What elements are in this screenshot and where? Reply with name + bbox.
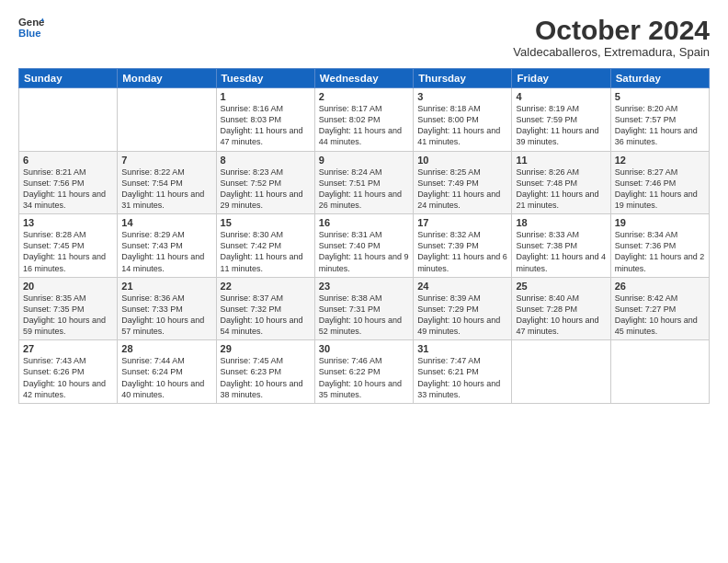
calendar: Sunday Monday Tuesday Wednesday Thursday… (18, 68, 710, 404)
day-cell: 25Sunrise: 8:40 AM Sunset: 7:28 PM Dayli… (512, 277, 610, 340)
day-number: 16 (319, 217, 409, 228)
day-number: 1 (221, 91, 311, 102)
logo-icon: General Blue (18, 15, 44, 40)
day-cell: 10Sunrise: 8:25 AM Sunset: 7:49 PM Dayli… (414, 151, 512, 214)
day-detail: Sunrise: 8:29 AM Sunset: 7:43 PM Dayligh… (121, 229, 211, 274)
day-cell: 9Sunrise: 8:24 AM Sunset: 7:51 PM Daylig… (314, 151, 413, 214)
day-detail: Sunrise: 8:24 AM Sunset: 7:51 PM Dayligh… (319, 167, 409, 212)
day-detail: Sunrise: 8:31 AM Sunset: 7:40 PM Dayligh… (319, 229, 409, 274)
day-cell: 20Sunrise: 8:35 AM Sunset: 7:35 PM Dayli… (19, 277, 118, 340)
day-cell: 30Sunrise: 7:46 AM Sunset: 6:22 PM Dayli… (314, 340, 413, 404)
header-saturday: Saturday (610, 69, 709, 88)
day-detail: Sunrise: 7:43 AM Sunset: 6:26 PM Dayligh… (23, 355, 113, 400)
day-detail: Sunrise: 8:40 AM Sunset: 7:28 PM Dayligh… (516, 293, 606, 338)
day-detail: Sunrise: 8:32 AM Sunset: 7:39 PM Dayligh… (417, 229, 507, 274)
day-cell: 15Sunrise: 8:30 AM Sunset: 7:42 PM Dayli… (216, 214, 314, 278)
day-cell: 12Sunrise: 8:27 AM Sunset: 7:46 PM Dayli… (610, 151, 709, 214)
month-title: October 2024 (513, 15, 710, 45)
day-cell (610, 340, 709, 404)
week-row-3: 20Sunrise: 8:35 AM Sunset: 7:35 PM Dayli… (19, 277, 710, 340)
day-cell: 7Sunrise: 8:22 AM Sunset: 7:54 PM Daylig… (118, 151, 216, 214)
weekday-header-row: Sunday Monday Tuesday Wednesday Thursday… (19, 69, 710, 88)
day-cell: 27Sunrise: 7:43 AM Sunset: 6:26 PM Dayli… (19, 340, 118, 404)
day-detail: Sunrise: 8:26 AM Sunset: 7:48 PM Dayligh… (516, 167, 606, 212)
day-number: 25 (516, 281, 606, 292)
day-cell: 29Sunrise: 7:45 AM Sunset: 6:23 PM Dayli… (216, 340, 314, 404)
day-number: 14 (121, 217, 211, 228)
day-cell: 5Sunrise: 8:20 AM Sunset: 7:57 PM Daylig… (610, 88, 709, 152)
day-detail: Sunrise: 8:17 AM Sunset: 8:02 PM Dayligh… (319, 103, 409, 148)
day-cell: 31Sunrise: 7:47 AM Sunset: 6:21 PM Dayli… (414, 340, 512, 404)
logo: General Blue (18, 15, 44, 40)
day-number: 12 (615, 155, 705, 166)
day-number: 20 (23, 281, 113, 292)
day-number: 26 (615, 281, 705, 292)
subtitle: Valdecaballeros, Extremadura, Spain (513, 45, 710, 59)
day-detail: Sunrise: 8:37 AM Sunset: 7:32 PM Dayligh… (221, 293, 311, 338)
svg-text:Blue: Blue (18, 28, 41, 39)
page: General Blue October 2024 Valdecaballero… (0, 0, 728, 563)
day-number: 18 (516, 217, 606, 228)
svg-text:General: General (18, 17, 44, 28)
day-cell: 17Sunrise: 8:32 AM Sunset: 7:39 PM Dayli… (414, 214, 512, 278)
day-detail: Sunrise: 8:16 AM Sunset: 8:03 PM Dayligh… (221, 103, 311, 148)
day-number: 30 (319, 343, 409, 354)
day-number: 10 (417, 155, 507, 166)
day-cell: 13Sunrise: 8:28 AM Sunset: 7:45 PM Dayli… (19, 214, 118, 278)
week-row-4: 27Sunrise: 7:43 AM Sunset: 6:26 PM Dayli… (19, 340, 710, 404)
day-detail: Sunrise: 8:22 AM Sunset: 7:54 PM Dayligh… (121, 167, 211, 212)
week-row-0: 1Sunrise: 8:16 AM Sunset: 8:03 PM Daylig… (19, 88, 710, 152)
day-number: 15 (221, 217, 311, 228)
day-cell: 11Sunrise: 8:26 AM Sunset: 7:48 PM Dayli… (512, 151, 610, 214)
day-detail: Sunrise: 8:35 AM Sunset: 7:35 PM Dayligh… (23, 293, 113, 338)
day-number: 17 (417, 217, 507, 228)
header-thursday: Thursday (414, 69, 512, 88)
day-number: 3 (417, 91, 507, 102)
day-detail: Sunrise: 8:39 AM Sunset: 7:29 PM Dayligh… (417, 293, 507, 338)
day-number: 31 (417, 343, 507, 354)
day-detail: Sunrise: 8:38 AM Sunset: 7:31 PM Dayligh… (319, 293, 409, 338)
title-block: October 2024 Valdecaballeros, Extremadur… (513, 15, 710, 59)
day-cell (118, 88, 216, 152)
day-cell: 2Sunrise: 8:17 AM Sunset: 8:02 PM Daylig… (314, 88, 413, 152)
day-number: 29 (221, 343, 311, 354)
day-number: 24 (417, 281, 507, 292)
day-detail: Sunrise: 8:27 AM Sunset: 7:46 PM Dayligh… (615, 167, 705, 212)
day-number: 6 (23, 155, 113, 166)
day-number: 22 (221, 281, 311, 292)
week-row-1: 6Sunrise: 8:21 AM Sunset: 7:56 PM Daylig… (19, 151, 710, 214)
header-wednesday: Wednesday (314, 69, 413, 88)
day-cell: 22Sunrise: 8:37 AM Sunset: 7:32 PM Dayli… (216, 277, 314, 340)
week-row-2: 13Sunrise: 8:28 AM Sunset: 7:45 PM Dayli… (19, 214, 710, 278)
day-cell: 21Sunrise: 8:36 AM Sunset: 7:33 PM Dayli… (118, 277, 216, 340)
header-monday: Monday (118, 69, 216, 88)
day-number: 23 (319, 281, 409, 292)
header-friday: Friday (512, 69, 610, 88)
day-cell: 8Sunrise: 8:23 AM Sunset: 7:52 PM Daylig… (216, 151, 314, 214)
day-cell: 14Sunrise: 8:29 AM Sunset: 7:43 PM Dayli… (118, 214, 216, 278)
day-cell: 6Sunrise: 8:21 AM Sunset: 7:56 PM Daylig… (19, 151, 118, 214)
day-number: 5 (615, 91, 705, 102)
day-number: 13 (23, 217, 113, 228)
day-detail: Sunrise: 8:30 AM Sunset: 7:42 PM Dayligh… (221, 229, 311, 274)
day-cell: 4Sunrise: 8:19 AM Sunset: 7:59 PM Daylig… (512, 88, 610, 152)
day-number: 11 (516, 155, 606, 166)
day-cell: 19Sunrise: 8:34 AM Sunset: 7:36 PM Dayli… (610, 214, 709, 278)
day-detail: Sunrise: 8:25 AM Sunset: 7:49 PM Dayligh… (417, 167, 507, 212)
day-detail: Sunrise: 8:21 AM Sunset: 7:56 PM Dayligh… (23, 167, 113, 212)
day-detail: Sunrise: 8:42 AM Sunset: 7:27 PM Dayligh… (615, 293, 705, 338)
day-cell: 1Sunrise: 8:16 AM Sunset: 8:03 PM Daylig… (216, 88, 314, 152)
day-detail: Sunrise: 8:18 AM Sunset: 8:00 PM Dayligh… (417, 103, 507, 148)
day-detail: Sunrise: 7:44 AM Sunset: 6:24 PM Dayligh… (121, 355, 211, 400)
day-cell: 23Sunrise: 8:38 AM Sunset: 7:31 PM Dayli… (314, 277, 413, 340)
day-cell: 16Sunrise: 8:31 AM Sunset: 7:40 PM Dayli… (314, 214, 413, 278)
day-number: 28 (121, 343, 211, 354)
day-number: 2 (319, 91, 409, 102)
day-number: 4 (516, 91, 606, 102)
day-detail: Sunrise: 8:19 AM Sunset: 7:59 PM Dayligh… (516, 103, 606, 148)
header-tuesday: Tuesday (216, 69, 314, 88)
day-cell (19, 88, 118, 152)
day-cell: 24Sunrise: 8:39 AM Sunset: 7:29 PM Dayli… (414, 277, 512, 340)
header-sunday: Sunday (19, 69, 118, 88)
day-detail: Sunrise: 8:20 AM Sunset: 7:57 PM Dayligh… (615, 103, 705, 148)
